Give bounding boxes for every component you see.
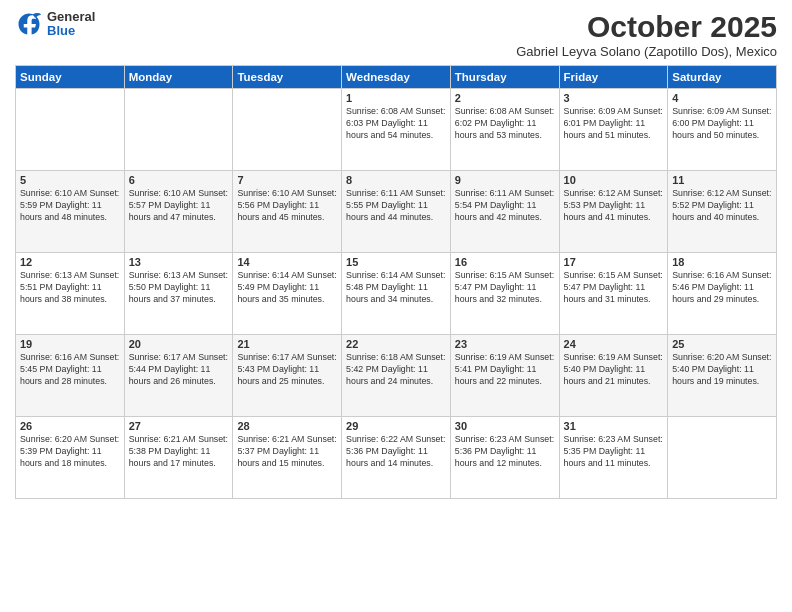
cell-info: Sunrise: 6:15 AM Sunset: 5:47 PM Dayligh… (564, 270, 664, 306)
page: General Blue October 2025 Gabriel Leyva … (0, 0, 792, 612)
calendar-header-row: Sunday Monday Tuesday Wednesday Thursday… (16, 66, 777, 89)
calendar-week-1: 5Sunrise: 6:10 AM Sunset: 5:59 PM Daylig… (16, 171, 777, 253)
calendar-cell: 19Sunrise: 6:16 AM Sunset: 5:45 PM Dayli… (16, 335, 125, 417)
cell-info: Sunrise: 6:13 AM Sunset: 5:51 PM Dayligh… (20, 270, 120, 306)
calendar-cell: 24Sunrise: 6:19 AM Sunset: 5:40 PM Dayli… (559, 335, 668, 417)
cell-info: Sunrise: 6:20 AM Sunset: 5:39 PM Dayligh… (20, 434, 120, 470)
calendar-cell: 27Sunrise: 6:21 AM Sunset: 5:38 PM Dayli… (124, 417, 233, 499)
day-number: 4 (672, 92, 772, 104)
day-number: 31 (564, 420, 664, 432)
day-number: 3 (564, 92, 664, 104)
calendar-cell (668, 417, 777, 499)
calendar-cell: 20Sunrise: 6:17 AM Sunset: 5:44 PM Dayli… (124, 335, 233, 417)
cell-info: Sunrise: 6:14 AM Sunset: 5:49 PM Dayligh… (237, 270, 337, 306)
logo-blue: Blue (47, 24, 95, 38)
cell-info: Sunrise: 6:16 AM Sunset: 5:45 PM Dayligh… (20, 352, 120, 388)
calendar-cell: 30Sunrise: 6:23 AM Sunset: 5:36 PM Dayli… (450, 417, 559, 499)
day-number: 6 (129, 174, 229, 186)
calendar-cell: 12Sunrise: 6:13 AM Sunset: 5:51 PM Dayli… (16, 253, 125, 335)
day-number: 15 (346, 256, 446, 268)
cell-info: Sunrise: 6:12 AM Sunset: 5:52 PM Dayligh… (672, 188, 772, 224)
calendar-cell: 28Sunrise: 6:21 AM Sunset: 5:37 PM Dayli… (233, 417, 342, 499)
header: General Blue October 2025 Gabriel Leyva … (15, 10, 777, 59)
calendar-cell: 23Sunrise: 6:19 AM Sunset: 5:41 PM Dayli… (450, 335, 559, 417)
calendar-cell: 14Sunrise: 6:14 AM Sunset: 5:49 PM Dayli… (233, 253, 342, 335)
day-number: 28 (237, 420, 337, 432)
calendar-week-3: 19Sunrise: 6:16 AM Sunset: 5:45 PM Dayli… (16, 335, 777, 417)
col-thursday: Thursday (450, 66, 559, 89)
day-number: 11 (672, 174, 772, 186)
location-title: Gabriel Leyva Solano (Zapotillo Dos), Me… (516, 44, 777, 59)
day-number: 9 (455, 174, 555, 186)
day-number: 2 (455, 92, 555, 104)
cell-info: Sunrise: 6:22 AM Sunset: 5:36 PM Dayligh… (346, 434, 446, 470)
cell-info: Sunrise: 6:10 AM Sunset: 5:56 PM Dayligh… (237, 188, 337, 224)
month-title: October 2025 (516, 10, 777, 44)
cell-info: Sunrise: 6:16 AM Sunset: 5:46 PM Dayligh… (672, 270, 772, 306)
day-number: 10 (564, 174, 664, 186)
calendar-cell: 25Sunrise: 6:20 AM Sunset: 5:40 PM Dayli… (668, 335, 777, 417)
day-number: 1 (346, 92, 446, 104)
calendar: Sunday Monday Tuesday Wednesday Thursday… (15, 65, 777, 499)
logo-icon (15, 10, 43, 38)
day-number: 8 (346, 174, 446, 186)
calendar-cell (124, 89, 233, 171)
day-number: 14 (237, 256, 337, 268)
day-number: 16 (455, 256, 555, 268)
cell-info: Sunrise: 6:10 AM Sunset: 5:57 PM Dayligh… (129, 188, 229, 224)
day-number: 23 (455, 338, 555, 350)
day-number: 20 (129, 338, 229, 350)
cell-info: Sunrise: 6:08 AM Sunset: 6:03 PM Dayligh… (346, 106, 446, 142)
cell-info: Sunrise: 6:09 AM Sunset: 6:00 PM Dayligh… (672, 106, 772, 142)
logo: General Blue (15, 10, 95, 39)
cell-info: Sunrise: 6:23 AM Sunset: 5:36 PM Dayligh… (455, 434, 555, 470)
calendar-cell: 2Sunrise: 6:08 AM Sunset: 6:02 PM Daylig… (450, 89, 559, 171)
cell-info: Sunrise: 6:10 AM Sunset: 5:59 PM Dayligh… (20, 188, 120, 224)
cell-info: Sunrise: 6:08 AM Sunset: 6:02 PM Dayligh… (455, 106, 555, 142)
calendar-week-4: 26Sunrise: 6:20 AM Sunset: 5:39 PM Dayli… (16, 417, 777, 499)
title-block: October 2025 Gabriel Leyva Solano (Zapot… (516, 10, 777, 59)
col-wednesday: Wednesday (342, 66, 451, 89)
calendar-cell: 22Sunrise: 6:18 AM Sunset: 5:42 PM Dayli… (342, 335, 451, 417)
calendar-cell (16, 89, 125, 171)
calendar-cell: 31Sunrise: 6:23 AM Sunset: 5:35 PM Dayli… (559, 417, 668, 499)
logo-text: General Blue (47, 10, 95, 39)
calendar-cell: 11Sunrise: 6:12 AM Sunset: 5:52 PM Dayli… (668, 171, 777, 253)
calendar-cell: 17Sunrise: 6:15 AM Sunset: 5:47 PM Dayli… (559, 253, 668, 335)
day-number: 17 (564, 256, 664, 268)
cell-info: Sunrise: 6:18 AM Sunset: 5:42 PM Dayligh… (346, 352, 446, 388)
calendar-cell: 7Sunrise: 6:10 AM Sunset: 5:56 PM Daylig… (233, 171, 342, 253)
day-number: 19 (20, 338, 120, 350)
calendar-week-2: 12Sunrise: 6:13 AM Sunset: 5:51 PM Dayli… (16, 253, 777, 335)
calendar-week-0: 1Sunrise: 6:08 AM Sunset: 6:03 PM Daylig… (16, 89, 777, 171)
cell-info: Sunrise: 6:15 AM Sunset: 5:47 PM Dayligh… (455, 270, 555, 306)
cell-info: Sunrise: 6:19 AM Sunset: 5:40 PM Dayligh… (564, 352, 664, 388)
cell-info: Sunrise: 6:17 AM Sunset: 5:43 PM Dayligh… (237, 352, 337, 388)
cell-info: Sunrise: 6:21 AM Sunset: 5:38 PM Dayligh… (129, 434, 229, 470)
calendar-cell: 15Sunrise: 6:14 AM Sunset: 5:48 PM Dayli… (342, 253, 451, 335)
day-number: 26 (20, 420, 120, 432)
cell-info: Sunrise: 6:17 AM Sunset: 5:44 PM Dayligh… (129, 352, 229, 388)
day-number: 24 (564, 338, 664, 350)
calendar-cell: 29Sunrise: 6:22 AM Sunset: 5:36 PM Dayli… (342, 417, 451, 499)
cell-info: Sunrise: 6:11 AM Sunset: 5:54 PM Dayligh… (455, 188, 555, 224)
col-tuesday: Tuesday (233, 66, 342, 89)
calendar-cell: 13Sunrise: 6:13 AM Sunset: 5:50 PM Dayli… (124, 253, 233, 335)
day-number: 12 (20, 256, 120, 268)
calendar-cell (233, 89, 342, 171)
col-friday: Friday (559, 66, 668, 89)
cell-info: Sunrise: 6:21 AM Sunset: 5:37 PM Dayligh… (237, 434, 337, 470)
calendar-cell: 9Sunrise: 6:11 AM Sunset: 5:54 PM Daylig… (450, 171, 559, 253)
cell-info: Sunrise: 6:13 AM Sunset: 5:50 PM Dayligh… (129, 270, 229, 306)
cell-info: Sunrise: 6:19 AM Sunset: 5:41 PM Dayligh… (455, 352, 555, 388)
cell-info: Sunrise: 6:23 AM Sunset: 5:35 PM Dayligh… (564, 434, 664, 470)
calendar-cell: 10Sunrise: 6:12 AM Sunset: 5:53 PM Dayli… (559, 171, 668, 253)
day-number: 25 (672, 338, 772, 350)
col-saturday: Saturday (668, 66, 777, 89)
day-number: 30 (455, 420, 555, 432)
calendar-cell: 8Sunrise: 6:11 AM Sunset: 5:55 PM Daylig… (342, 171, 451, 253)
cell-info: Sunrise: 6:20 AM Sunset: 5:40 PM Dayligh… (672, 352, 772, 388)
calendar-cell: 5Sunrise: 6:10 AM Sunset: 5:59 PM Daylig… (16, 171, 125, 253)
calendar-cell: 3Sunrise: 6:09 AM Sunset: 6:01 PM Daylig… (559, 89, 668, 171)
day-number: 22 (346, 338, 446, 350)
